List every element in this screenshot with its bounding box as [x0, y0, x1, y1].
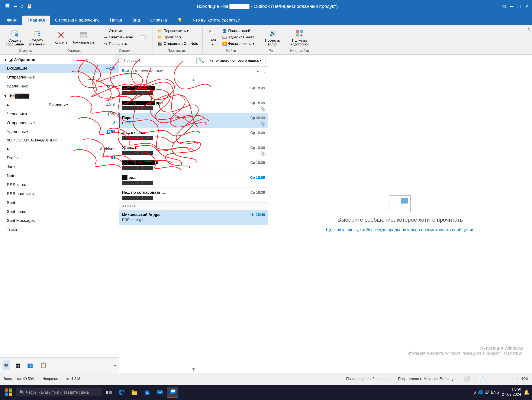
taskbar-app-explorer[interactable]: [129, 387, 140, 398]
forward-button[interactable]: ↪ Переслать: [102, 41, 135, 47]
start-button[interactable]: [3, 386, 14, 398]
email-item-3[interactable]: Переш... Ср 18.09 Переш... 📎 ▶ ✕: [119, 113, 268, 128]
sidebar-item-drafts[interactable]: Черновики [95]: [0, 110, 119, 118]
zoom-slider[interactable]: — ─────── + 10%: [493, 377, 529, 381]
sidebar-item-inbox-favorites[interactable]: Входящие 4218: [0, 64, 119, 73]
sidebar-item-inbox-account[interactable]: ▶ Входящие 4218: [0, 100, 119, 110]
taskbar-app-outlook[interactable]: [167, 387, 178, 398]
sidebar-item-sent2[interactable]: Sent: [0, 198, 119, 207]
filter-tab-all[interactable]: Все: [121, 68, 129, 74]
sidebar-item-archives[interactable]: ▶ Archives: [0, 144, 119, 153]
get-addins-icon: [295, 28, 304, 38]
sidebar-item-rss1[interactable]: RSS-каналы: [0, 180, 119, 189]
close-button[interactable]: ✕: [525, 4, 529, 9]
tray-network[interactable]: 🌐: [478, 390, 483, 395]
tab-tell-me[interactable]: Что вы хотите сделать?: [188, 16, 245, 25]
nav-mail-button[interactable]: ✉: [3, 361, 10, 370]
email-item-5[interactable]: Ураа... г... Ср 18.09 ████████████ 📎: [119, 143, 268, 158]
tray-chevron[interactable]: ∧: [474, 390, 476, 395]
tags-button[interactable]: Теги▾: [206, 27, 219, 47]
move-button[interactable]: 📂 Переместить ▾: [156, 28, 200, 34]
scroll-up-icon[interactable]: ▲: [191, 77, 196, 82]
sidebar-item-long[interactable]: &BB4EQgQ,BEAEMAQyBDsENQ...: [0, 136, 119, 144]
tray-volume[interactable]: 🔊: [485, 390, 489, 395]
scroll-down-icon[interactable]: ▼: [191, 367, 196, 372]
tab-help[interactable]: Справка: [145, 16, 172, 25]
nav-calendar-button[interactable]: ▦: [14, 361, 22, 370]
filter-sort-button[interactable]: ↓: [263, 69, 266, 74]
find-people-button[interactable]: 👤 Поиск людей: [221, 28, 256, 34]
sidebar-item-sent-messages[interactable]: Sent Messages: [0, 216, 119, 225]
taskbar-clock[interactable]: 16:35 27.09.2024: [502, 388, 521, 397]
email-item-6[interactable]: ████████████ Д Ср 18.09 ████████████: [119, 158, 268, 173]
inbox-favorites-count: 4218: [106, 66, 115, 71]
sidebar-item-sent-favorites[interactable]: Отправленные 13: [0, 73, 119, 82]
search-scope-button[interactable]: из текущего почтового ящика ▾: [206, 57, 266, 64]
filter-tab-unread[interactable]: Непрочитанные: [133, 69, 163, 74]
email-item-7[interactable]: ██ ро... Ср 18.09 ████████████: [119, 173, 268, 188]
delete-button[interactable]: Удалить: [53, 29, 69, 45]
search-input[interactable]: [121, 57, 196, 64]
search-icon[interactable]: 🔍: [198, 58, 204, 63]
email-item-1[interactable]: ████████████ Ср 18.09 ████████████: [119, 83, 268, 98]
window-mode-button[interactable]: ⧉: [502, 4, 506, 9]
email-action-button-3[interactable]: ▶: [257, 115, 260, 120]
reading-pane-link[interactable]: Щелкните здесь, чтобы всегда предварител…: [326, 227, 475, 232]
new-message-button[interactable]: + Создатьсообщение: [4, 27, 25, 47]
minimize-button[interactable]: ─: [510, 4, 513, 9]
tab-send-receive[interactable]: Отправка и получение: [50, 16, 105, 25]
email-sender-2: ████████████ ррр: [122, 101, 250, 105]
tab-view[interactable]: Вид: [127, 16, 145, 25]
sidebar-item-sent-items[interactable]: Sent Items: [0, 207, 119, 216]
notification-button[interactable]: 🔔: [524, 390, 529, 395]
nav-tasks-button[interactable]: 📋: [38, 361, 48, 370]
reply-all-button[interactable]: ↩ Ответить всем: [102, 34, 135, 40]
view-reading-icon[interactable]: 📄: [478, 376, 484, 382]
onenote-button[interactable]: 📓 Отправка в OneNote: [156, 41, 200, 47]
email-item-4[interactable]: до... с яшн... Ср 18.09 ████████████: [119, 128, 268, 143]
get-addins-button[interactable]: Получитьнадстройки: [289, 27, 310, 47]
filter-dropdown-button[interactable]: ▾: [257, 69, 259, 74]
archive-button[interactable]: Архивировать: [71, 29, 96, 45]
taskbar-app-edge[interactable]: [116, 387, 127, 398]
filter-mail-button[interactable]: 🔽 Фильтр почты ▾: [221, 41, 256, 47]
tab-home[interactable]: Главная: [22, 16, 50, 25]
tab-file[interactable]: Файл: [2, 16, 22, 25]
quick-save-button[interactable]: 💾: [26, 4, 32, 9]
email-item-2[interactable]: ████████████ ррр Ср 18.09 ████████████ 📎: [119, 98, 268, 113]
reply-button[interactable]: ↩ Ответить: [102, 28, 135, 34]
new-item-button[interactable]: + Создатьэлемент ▾: [27, 27, 47, 47]
sidebar-item-deleted-favorites[interactable]: Удаленные 1756: [0, 82, 119, 91]
sidebar-item-notes[interactable]: Notes: [0, 171, 119, 180]
sidebar-item-junk[interactable]: Junk: [0, 162, 119, 171]
undo-button[interactable]: ↩: [14, 4, 18, 9]
email-item-8[interactable]: Не... по согласовать ... Ср 18.09 ██████…: [119, 188, 268, 203]
sidebar-item-rss2[interactable]: RSS-подписки: [0, 189, 119, 198]
taskbar-app-mail[interactable]: [154, 387, 165, 398]
nav-more-button[interactable]: ···: [112, 362, 116, 368]
nav-people-button[interactable]: 👥: [25, 361, 35, 370]
sidebar-item-trash[interactable]: Trash: [0, 225, 119, 234]
email-item-bottom[interactable]: Михалевский Андре... Чт 15:40 DRP testin…: [119, 210, 268, 225]
sidebar-item-deleted-account[interactable]: Удаленные 1756: [0, 127, 119, 136]
favorites-header[interactable]: ▼ ◢ Избранное: [0, 55, 119, 64]
redo-button[interactable]: ↺: [20, 4, 24, 9]
search-bar: 🔍 из текущего почтового ящика ▾: [119, 55, 268, 67]
tab-lightbulb[interactable]: 💡: [172, 15, 188, 25]
ribbon-collapse-button[interactable]: ∧: [527, 26, 530, 32]
taskbar-search[interactable]: 🔍 Чтобы начать поиск, введите здесь: [16, 388, 101, 396]
view-normal-icon[interactable]: ⬜: [464, 376, 470, 382]
sidebar-collapse-button[interactable]: ‹: [115, 55, 119, 62]
taskbar-app-store[interactable]: 🛍: [142, 387, 153, 398]
maximize-button[interactable]: □: [518, 4, 520, 9]
email-close-button-3[interactable]: ✕: [262, 115, 265, 120]
account-header[interactable]: ▼ ba█████: [0, 91, 119, 100]
sidebar-item-sent-account[interactable]: Отправленные 13: [0, 118, 119, 127]
address-book-button[interactable]: 📖 Адресная книга: [221, 34, 256, 40]
taskbar-app-taskview[interactable]: [103, 387, 114, 398]
rules-button[interactable]: 📂 Правила ▾: [156, 34, 200, 40]
more-reply-button[interactable]: [137, 32, 150, 43]
sidebar-item-drafts2[interactable]: Drafts 54: [0, 153, 119, 162]
tab-folder[interactable]: Папка: [105, 16, 127, 25]
read-aloud-button[interactable]: 🔊 Прочестьвслух: [263, 27, 282, 47]
